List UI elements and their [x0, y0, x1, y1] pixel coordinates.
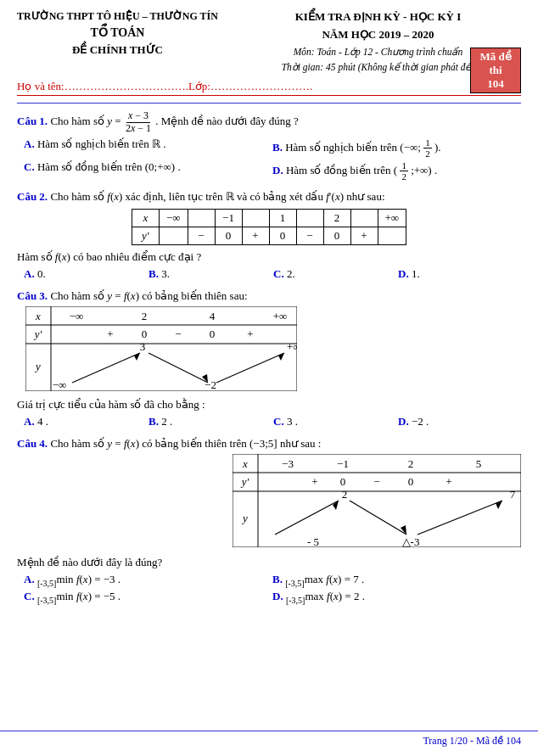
svg-line-56: [418, 501, 502, 535]
q2-optC[interactable]: C. 2.: [273, 267, 396, 281]
svg-text:7: 7: [510, 488, 516, 501]
svg-text:0: 0: [408, 475, 414, 488]
svg-text:0: 0: [210, 328, 216, 340]
q3-optB[interactable]: B. 2 .: [149, 415, 272, 428]
svg-text:3: 3: [140, 340, 146, 353]
q1-optD[interactable]: D. Hàm số đồng biến trên ( 12 ;+∞) .: [272, 160, 521, 182]
q1-optB[interactable]: B. Hàm số nghịch biến trên (−∞; 12 ).: [272, 137, 521, 159]
q3-optC[interactable]: C. 3 .: [273, 415, 396, 428]
q1-fraction: x − 3 2x − 1: [124, 110, 153, 133]
svg-text:−1: −1: [337, 457, 349, 470]
svg-text:y: y: [241, 512, 248, 524]
q4-svg: x −3 −1 2 5 y′ + 0 − 0 + y 2: [233, 454, 521, 547]
svg-text:+∞: +∞: [273, 310, 288, 322]
svg-text:+: +: [311, 475, 317, 488]
q1-text: Câu 1. Cho hàm số y = x − 3 2x − 1 . Mện…: [17, 110, 521, 133]
svg-line-52: [350, 501, 406, 535]
svg-text:+∞: +∞: [287, 340, 297, 353]
svg-text:−: −: [373, 475, 379, 488]
q3-optD[interactable]: D. −2 .: [398, 415, 521, 428]
q2-label: Câu 2.: [17, 190, 48, 203]
q2-optD[interactable]: D. 1.: [398, 267, 521, 281]
q2-options: A. 0. B. 3. C. 2. D. 1.: [24, 267, 521, 281]
svg-line-22: [149, 353, 208, 383]
q4-optB[interactable]: B. [-3,5]max f(x) = 7 .: [272, 573, 521, 588]
ma-de-box: Mã đề thi 104: [470, 48, 521, 93]
school-name: TRƯỜNG THPT TÔ HIỆU – THƯỜNG TÍN: [17, 8, 218, 24]
q4-right: x −3 −1 2 5 y′ + 0 − 0 + y 2: [233, 454, 521, 551]
svg-line-19: [72, 353, 140, 383]
q3-label: Câu 3.: [17, 289, 48, 302]
q2-optB[interactable]: B. 3.: [149, 267, 272, 281]
question-1: Câu 1. Cho hàm số y = x − 3 2x − 1 . Mện…: [17, 110, 521, 182]
ma-de-label: Mã đề thi: [479, 50, 511, 76]
question-3: Câu 3. Cho hàm số y = f(x) có bảng biến …: [17, 289, 521, 428]
svg-text:5: 5: [476, 457, 482, 470]
svg-text:△-3: △-3: [402, 535, 420, 547]
page-info: Trang 1/20 - Mã đề 104: [423, 735, 521, 748]
q1-options: A. Hàm số nghịch biến trên ℝ . B. Hàm số…: [24, 137, 521, 182]
official-label: ĐỀ CHÍNH THỨC: [17, 42, 218, 59]
q2-optA[interactable]: A. 0.: [24, 267, 147, 281]
page-footer: Trang 1/20 - Mã đề 104: [0, 731, 538, 748]
svg-text:+: +: [247, 328, 253, 340]
q3-text: Câu 3. Cho hàm số y = f(x) có bảng biến …: [17, 289, 521, 303]
exam-title: KIỂM TRA ĐỊNH KỲ - HỌC KỲ I: [235, 8, 521, 26]
svg-text:0: 0: [340, 475, 346, 488]
q2-sign-table-wrapper: x −∞ −1 1 2 +∞ y′ − 0 + 0: [17, 209, 521, 245]
exam-year: NĂM HỌC 2019 – 2020: [235, 26, 521, 44]
q1-body2: . Mệnh đề nào dưới đây đúng ?: [155, 115, 298, 127]
q2-text: Câu 2. Cho hàm số f(x) xác định, liên tụ…: [17, 190, 521, 204]
subject-label: TỔ TOÁN: [17, 24, 218, 42]
svg-text:2: 2: [342, 488, 348, 501]
q3-svg: x −∞ 2 4 +∞ y′ + 0 − 0 + y 3: [25, 306, 297, 391]
q3-chart: x −∞ 2 4 +∞ y′ + 0 − 0 + y 3: [25, 306, 513, 395]
svg-text:−∞: −∞: [70, 310, 84, 322]
q4-question: Mệnh đề nào dưới đây là đúng?: [17, 556, 521, 569]
svg-line-50: [275, 501, 339, 535]
student-line: Họ và tên:…………………………….Lớp:……………………….: [17, 80, 521, 96]
q1-optC[interactable]: C. Hàm số đồng biến trên (0;+∞) .: [24, 160, 272, 182]
svg-text:- 5: - 5: [307, 535, 319, 547]
svg-line-25: [216, 353, 284, 383]
header-divider: [17, 103, 521, 104]
svg-text:2: 2: [142, 310, 148, 322]
svg-text:2: 2: [408, 457, 414, 470]
q4-optA[interactable]: A. [-3,5]min f(x) = −3 .: [24, 573, 272, 588]
svg-text:−: −: [175, 328, 181, 340]
svg-text:y′: y′: [33, 328, 42, 340]
svg-marker-57: [496, 501, 502, 509]
ma-de-number: 104: [487, 77, 504, 90]
svg-text:−∞: −∞: [53, 378, 67, 391]
svg-text:y: y: [34, 360, 41, 372]
svg-text:−3: −3: [282, 457, 294, 470]
q1-label: Câu 1.: [17, 115, 48, 127]
q3-options: A. 4 . B. 2 . C. 3 . D. −2 .: [24, 415, 521, 428]
q2-sign-table: x −∞ −1 1 2 +∞ y′ − 0 + 0: [132, 209, 406, 245]
header-left: TRƯỜNG THPT TÔ HIỆU – THƯỜNG TÍN TỔ TOÁN…: [17, 8, 218, 75]
q1-optA[interactable]: A. Hàm số nghịch biến trên ℝ .: [24, 137, 272, 159]
q4-optD[interactable]: D. [-3,5]max f(x) = 2 .: [272, 590, 521, 605]
q3-optA[interactable]: A. 4 .: [24, 415, 147, 428]
page: TRƯỜNG THPT TÔ HIỆU – THƯỜNG TÍN TỔ TOÁN…: [0, 0, 538, 756]
svg-text:+: +: [107, 328, 113, 340]
svg-text:−2: −2: [205, 378, 216, 391]
q3-question: Giá trị cực tiểu của hàm số đã cho bằng …: [17, 398, 521, 412]
q4-options: A. [-3,5]min f(x) = −3 . B. [-3,5]max f(…: [24, 573, 521, 604]
svg-text:0: 0: [142, 328, 148, 340]
q4-layout: x −3 −1 2 5 y′ + 0 − 0 + y 2: [17, 454, 521, 551]
q2-question: Hàm số f(x) có bao nhiêu điểm cực đại ?: [17, 250, 521, 264]
svg-text:x: x: [242, 457, 248, 470]
q4-label: Câu 4.: [17, 437, 48, 450]
header: TRƯỜNG THPT TÔ HIỆU – THƯỜNG TÍN TỔ TOÁN…: [17, 8, 521, 75]
svg-text:+: +: [446, 475, 451, 488]
question-4: Câu 4. Cho hàm số y = f(x) có bảng biến …: [17, 437, 521, 604]
q4-text: Câu 4. Cho hàm số y = f(x) có bảng biến …: [17, 437, 521, 451]
svg-text:4: 4: [210, 310, 216, 322]
svg-text:x: x: [35, 310, 41, 322]
q4-optC[interactable]: C. [-3,5]min f(x) = −5 .: [24, 590, 272, 605]
q1-body: Cho hàm số y =: [50, 115, 124, 127]
svg-text:y′: y′: [240, 475, 249, 488]
question-2: Câu 2. Cho hàm số f(x) xác định, liên tụ…: [17, 190, 521, 281]
